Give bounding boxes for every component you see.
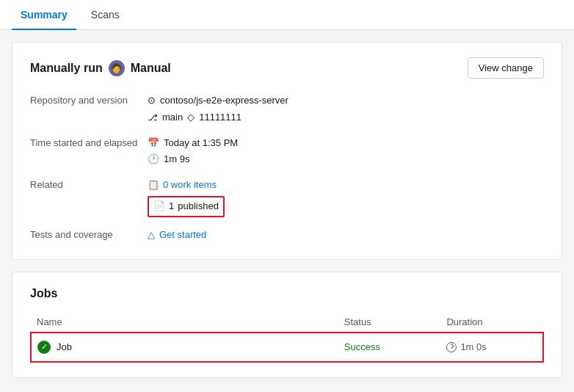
commit-hash: 11111111 xyxy=(199,110,241,126)
jobs-title: Jobs xyxy=(30,287,544,300)
time-started: Today at 1:35 PM xyxy=(164,136,238,151)
tests-icon: △ xyxy=(148,228,155,243)
get-started-link[interactable]: Get started xyxy=(159,228,206,243)
work-items-link[interactable]: 📋 0 work items xyxy=(148,178,217,193)
run-title-text: Manually run xyxy=(30,62,103,75)
repository-name: contoso/js-e2e-express-server xyxy=(160,93,288,109)
job-duration-cell: 1m 0s xyxy=(440,333,543,362)
run-header: Manually run 🧑 Manual View change xyxy=(30,57,544,79)
job-status-cell: Success xyxy=(338,333,441,362)
run-type: Manual xyxy=(131,62,171,75)
repository-value: ⊙ contoso/js-e2e-express-server ⎇ main ◇… xyxy=(148,93,544,127)
details-grid: Repository and version ⊙ contoso/js-e2e-… xyxy=(30,93,544,244)
branch-icon: ⎇ xyxy=(148,111,158,125)
job-name: Job xyxy=(57,341,72,352)
table-row[interactable]: ✓ Job Success 1m 0s xyxy=(31,333,543,362)
job-status: Success xyxy=(344,341,380,352)
tests-label: Tests and coverage xyxy=(30,228,148,244)
work-items-count: 0 work items xyxy=(163,178,217,193)
published-text: published xyxy=(178,199,219,214)
time-label: Time started and elapsed xyxy=(30,136,148,170)
success-icon: ✓ xyxy=(37,341,51,354)
col-header-name: Name xyxy=(31,312,338,333)
calendar-icon: 📅 xyxy=(148,136,159,151)
published-count: 1 xyxy=(169,199,174,214)
avatar: 🧑 xyxy=(109,60,125,76)
clock-icon: 🕐 xyxy=(148,152,159,167)
published-highlight: 📄 1 published xyxy=(148,196,225,217)
work-items-icon: 📋 xyxy=(148,178,159,193)
job-duration: 1m 0s xyxy=(460,341,486,352)
commit-icon: ◇ xyxy=(187,110,195,126)
col-header-status: Status xyxy=(338,312,441,333)
run-title: Manually run 🧑 Manual xyxy=(30,60,171,76)
tab-scans[interactable]: Scans xyxy=(82,0,128,29)
published-icon: 📄 xyxy=(153,199,165,214)
repository-label: Repository and version xyxy=(30,93,148,127)
col-header-duration: Duration xyxy=(440,312,543,333)
time-value: 📅 Today at 1:35 PM 🕐 1m 9s xyxy=(148,136,544,170)
related-label: Related xyxy=(30,178,148,219)
related-value: 📋 0 work items 📄 1 published xyxy=(148,178,544,219)
job-name-cell: ✓ Job xyxy=(31,333,338,362)
view-change-button[interactable]: View change xyxy=(468,57,544,79)
tab-summary[interactable]: Summary xyxy=(12,0,76,29)
duration-clock-icon xyxy=(446,342,457,352)
jobs-table: Name Status Duration ✓ Job Success xyxy=(30,312,544,363)
summary-card: Manually run 🧑 Manual View change Reposi… xyxy=(12,42,562,260)
jobs-card: Jobs Name Status Duration ✓ Job Success xyxy=(12,272,562,378)
tabs-bar: Summary Scans xyxy=(0,0,574,30)
github-icon: ⊙ xyxy=(148,93,156,109)
tests-value: △ Get started xyxy=(148,228,544,244)
elapsed-time: 1m 9s xyxy=(164,152,189,167)
branch-name: main xyxy=(162,110,183,126)
